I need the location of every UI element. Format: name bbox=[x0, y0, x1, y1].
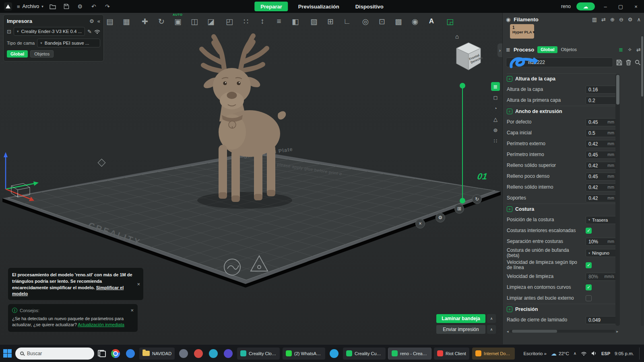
param-dropdown[interactable]: ▾Trasera bbox=[586, 216, 616, 224]
send-print-button[interactable]: Enviar impresión bbox=[436, 325, 485, 334]
plate-grid-icon[interactable]: ▦ bbox=[120, 15, 132, 27]
param-input[interactable]: 0.45mm bbox=[586, 151, 616, 159]
weather-widget[interactable]: ☁ 22°C bbox=[551, 350, 569, 357]
close-button[interactable]: × bbox=[631, 4, 641, 10]
preset-name-input[interactable] bbox=[506, 58, 613, 67]
process-sync-icon[interactable]: ⇄ bbox=[636, 47, 641, 53]
panel-outer-scrollbar[interactable] bbox=[641, 35, 644, 326]
pinned-app-icon-4[interactable] bbox=[222, 348, 234, 360]
panel-collapse-handle[interactable]: › bbox=[497, 43, 502, 57]
param-input[interactable]: 0.45mm bbox=[586, 173, 616, 181]
delete-icon[interactable]: ◪ bbox=[205, 15, 217, 27]
outer-scrollbar-thumb[interactable] bbox=[641, 36, 643, 97]
bed-type-select[interactable]: ▾ Bandeja PEI suave ... bbox=[37, 39, 100, 47]
minimize-button[interactable]: – bbox=[601, 4, 610, 10]
clock[interactable]: 9:05 p.m. bbox=[615, 351, 634, 356]
whatsapp-window[interactable]: (2) WhatsApp ... bbox=[283, 348, 325, 360]
process-tab-objetos[interactable]: Objetos bbox=[561, 47, 577, 52]
file-menu[interactable]: ≡ Archivo ▾ bbox=[17, 4, 43, 10]
show-desktop-button[interactable] bbox=[639, 348, 641, 360]
rotate-icon[interactable]: ↻ bbox=[155, 15, 167, 27]
tray-expand-icon[interactable]: ∧ bbox=[574, 351, 576, 356]
search-input[interactable] bbox=[27, 351, 79, 356]
scrollbar-thumb[interactable] bbox=[616, 75, 619, 105]
tab-dispositivo[interactable]: Dispositivo bbox=[349, 2, 390, 11]
adhesion-icon[interactable]: ⊚ bbox=[491, 125, 500, 134]
tab-objetos[interactable]: Objetos bbox=[30, 50, 54, 58]
param-input[interactable]: 0.049 bbox=[586, 316, 616, 324]
start-button[interactable] bbox=[3, 349, 12, 358]
navigation-cube[interactable]: Frontal Derecha bbox=[448, 35, 489, 76]
h-scroll-thumb[interactable] bbox=[512, 330, 557, 333]
align-bottom-icon[interactable]: ∟ bbox=[341, 15, 353, 27]
delete-preset-icon[interactable] bbox=[625, 60, 632, 66]
filament-settings-icon[interactable]: ⚙ bbox=[628, 16, 633, 23]
edit-printer-icon[interactable]: ✎ bbox=[87, 29, 92, 35]
param-dropdown[interactable]: ▾Ninguno bbox=[586, 249, 616, 257]
layers-icon[interactable]: ≡ bbox=[273, 15, 285, 27]
extruder-sync-icon[interactable]: ⇄ bbox=[601, 16, 606, 23]
tab-global[interactable]: Global bbox=[7, 50, 28, 58]
plate-list-icon[interactable]: ▤ bbox=[104, 15, 116, 27]
merge-icon[interactable]: ⊞ bbox=[324, 15, 336, 27]
send-options-button[interactable]: ∧ bbox=[487, 325, 496, 334]
layer-slider-bottom-handle[interactable] bbox=[460, 198, 465, 204]
maximize-button[interactable]: ▢ bbox=[616, 4, 625, 10]
task-view-button[interactable] bbox=[98, 350, 106, 357]
arrange-icon[interactable]: ◫ bbox=[188, 15, 200, 27]
section-header[interactable]: ≡Precisión bbox=[507, 304, 616, 315]
pinned-app-icon-3[interactable] bbox=[207, 348, 219, 360]
layer-slider-top-handle[interactable] bbox=[460, 83, 465, 88]
collapse-panel-icon[interactable]: « bbox=[97, 18, 100, 24]
param-input[interactable]: 0.42mm bbox=[586, 194, 616, 202]
process-wand-icon[interactable]: ✧ bbox=[627, 47, 632, 53]
wifi-icon[interactable] bbox=[94, 29, 100, 34]
slice-options-button[interactable]: ∧ bbox=[487, 314, 496, 323]
save-icon[interactable] bbox=[62, 4, 71, 9]
section-header[interactable]: ≡Altura de la capa bbox=[507, 73, 616, 84]
pattern-fill-icon[interactable]: ∷ bbox=[240, 15, 252, 27]
param-input[interactable]: 0.42mm bbox=[586, 162, 616, 170]
remove-filament-icon[interactable]: ⊖ bbox=[619, 16, 623, 23]
quality-icon[interactable]: ≣ bbox=[491, 82, 500, 91]
param-input[interactable]: 0.5mm bbox=[586, 129, 616, 137]
hatch-icon[interactable]: ▨ bbox=[308, 15, 320, 27]
param-input[interactable]: 0.16 bbox=[586, 86, 616, 94]
param-input[interactable]: 0.45mm bbox=[586, 118, 616, 126]
edge-icon[interactable] bbox=[124, 348, 136, 360]
creality-cuva-window[interactable]: Creality Cuva ... bbox=[343, 348, 386, 360]
undo-icon[interactable]: ↶ bbox=[89, 3, 98, 10]
process-advanced-icon[interactable]: ≣ bbox=[619, 47, 623, 53]
fullscreen-icon[interactable]: ◲ bbox=[444, 15, 456, 27]
filament-collapse-icon[interactable]: ∧ bbox=[637, 16, 641, 23]
pinned-app-icon-2[interactable] bbox=[192, 348, 204, 360]
tab-previsualizacion[interactable]: Previsualización bbox=[292, 2, 345, 11]
settings-gear-icon[interactable]: ⚙ bbox=[76, 3, 85, 10]
h-scroll-track[interactable] bbox=[510, 330, 615, 333]
plate-corner-handle[interactable] bbox=[98, 159, 105, 166]
measure-icon[interactable]: ◎ bbox=[359, 15, 372, 27]
filament-slot[interactable]: 1 Hyper PLA ▾ bbox=[510, 24, 534, 39]
plate-rotate-icon[interactable]: ↻ bbox=[472, 194, 482, 204]
param-input[interactable]: 0.42mm bbox=[586, 140, 616, 148]
riot-client-window[interactable]: Riot Client bbox=[434, 348, 469, 360]
param-input[interactable]: 80%mm/s bbox=[586, 273, 616, 281]
network-icon[interactable] bbox=[581, 351, 587, 356]
param-checkbox[interactable]: ✓ bbox=[586, 228, 592, 234]
printer-settings-icon[interactable]: ⚙ bbox=[89, 18, 94, 24]
move-icon[interactable]: ✚ bbox=[139, 15, 151, 27]
folder-navidad-window[interactable]: NAVIDAD bbox=[139, 348, 175, 360]
text-tool-icon[interactable]: A bbox=[425, 15, 438, 27]
cloud-sync-button[interactable]: ☁ bbox=[576, 2, 595, 10]
support-icon[interactable]: △ bbox=[491, 115, 500, 123]
chrome-icon[interactable] bbox=[109, 348, 122, 360]
plate-settings-icon[interactable]: ⚙ bbox=[436, 213, 445, 222]
save-preset-icon[interactable] bbox=[616, 60, 622, 66]
auto-arrange-icon[interactable]: ▣AUTO bbox=[172, 15, 184, 27]
creality-logo-icon[interactable] bbox=[4, 2, 12, 10]
layer-slider[interactable] bbox=[460, 83, 465, 204]
desktop-switcher[interactable]: Escritorio » bbox=[523, 351, 547, 356]
pinned-app-icon-1[interactable] bbox=[178, 348, 190, 360]
process-tab-global[interactable]: Global bbox=[537, 46, 557, 53]
close-tips-icon[interactable]: × bbox=[130, 307, 134, 313]
